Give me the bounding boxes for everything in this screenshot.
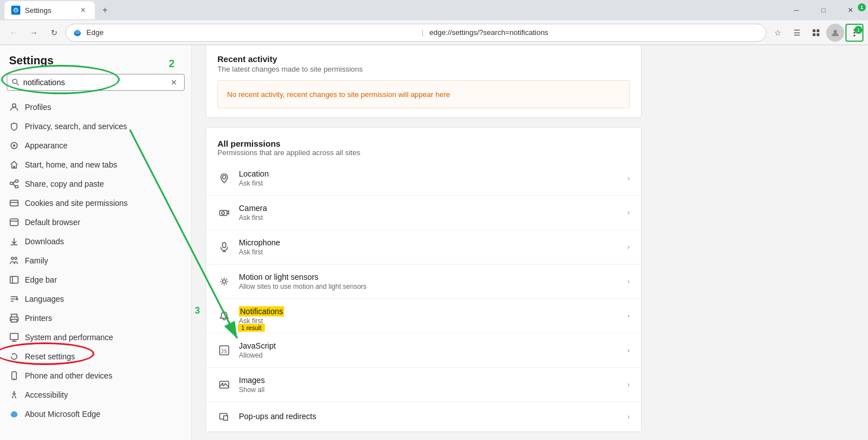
sidebar-item-label: Printers (25, 314, 52, 323)
favorites-add-button[interactable]: ☆ (769, 24, 787, 42)
title-bar-left: Settings ✕ + (5, 1, 113, 19)
sidebar-item-system[interactable]: System and performance (0, 328, 191, 347)
svg-rect-31 (11, 319, 17, 322)
sidebar-item-label: Appearance (25, 141, 68, 150)
chevron-icon-notifications: › (627, 312, 630, 320)
notification-count: 1 (858, 3, 866, 11)
svg-point-42 (222, 212, 225, 214)
sidebar-item-start-home[interactable]: Start, home, and new tabs (0, 155, 191, 174)
address-prefix: Edge (86, 28, 416, 37)
tab-favicon (11, 6, 20, 15)
title-bar: Settings ✕ + ─ □ ✕ (0, 0, 868, 20)
sidebar-item-edge-bar[interactable]: Edge bar (0, 270, 191, 289)
printer-icon (9, 313, 19, 323)
sidebar-item-phone[interactable]: Phone and other devices (0, 366, 191, 385)
permission-item-microphone[interactable]: Microphone Ask first › (206, 230, 641, 265)
sidebar-item-label: Family (25, 256, 48, 265)
all-permissions-title: All permissions (217, 139, 630, 148)
all-permissions-card: All permissions Permissions that are app… (206, 127, 642, 432)
svg-line-19 (13, 181, 15, 183)
sidebar-item-profiles[interactable]: Profiles (0, 98, 191, 117)
sidebar-item-accessibility[interactable]: Accessibility (0, 385, 191, 404)
all-permissions-header: All permissions Permissions that are app… (206, 127, 641, 161)
sidebar-item-printers[interactable]: Printers (0, 309, 191, 328)
sidebar-item-cookies[interactable]: Cookies and site permissions (0, 193, 191, 213)
sidebar-item-share-copy[interactable]: Share, copy and paste (0, 174, 191, 193)
forward-button[interactable]: → (25, 24, 43, 42)
sidebar-item-privacy[interactable]: Privacy, search, and services (0, 117, 191, 136)
sidebar-item-about[interactable]: About Microsoft Edge (0, 404, 191, 424)
svg-point-40 (223, 175, 226, 179)
svg-point-26 (11, 257, 14, 259)
settings-search-input[interactable] (23, 78, 165, 87)
permission-status-images: Show all (239, 386, 627, 394)
settings-search-box[interactable]: ✕ (7, 74, 185, 91)
sidebar-item-label: Share, copy and paste (25, 179, 104, 188)
sidebar-item-appearance[interactable]: Appearance (0, 136, 191, 155)
profile-button[interactable] (826, 24, 844, 42)
microphone-icon (217, 240, 231, 254)
system-icon (9, 332, 19, 342)
person-icon (9, 102, 19, 112)
permission-name-popups: Pop-ups and redirects (239, 412, 627, 421)
permission-item-camera[interactable]: Camera Ask first › (206, 196, 641, 230)
new-tab-button[interactable]: + (97, 2, 113, 18)
svg-rect-4 (817, 29, 819, 32)
svg-rect-32 (10, 333, 18, 340)
collections-button[interactable] (807, 24, 825, 42)
sidebar-item-default-browser[interactable]: Default browser (0, 213, 191, 232)
back-button[interactable]: ← (5, 24, 23, 42)
permission-item-location[interactable]: Location Ask first › (206, 161, 641, 196)
annotation-2: 2 (169, 58, 175, 70)
main-area: Settings ✕ 2 (0, 45, 868, 440)
address-url: edge://settings/?search=notifications (429, 28, 759, 37)
sidebar-item-downloads[interactable]: Downloads (0, 232, 191, 251)
svg-rect-6 (817, 33, 819, 36)
svg-rect-21 (10, 200, 18, 206)
sidebar-item-languages[interactable]: Languages (0, 289, 191, 309)
menu-button[interactable] (845, 24, 863, 42)
permission-name-motion: Motion or light sensors (239, 272, 627, 281)
sidebar-item-label: Start, home, and new tabs (25, 160, 117, 169)
accessibility-icon (9, 390, 19, 400)
chevron-icon-images: › (627, 381, 630, 389)
maximize-button[interactable]: □ (810, 1, 836, 19)
permission-name-camera: Camera (239, 204, 627, 213)
permission-status-location: Ask first (239, 179, 627, 187)
favorites-button[interactable]: ☰ (788, 24, 806, 42)
browser-window: Settings ✕ + ─ □ ✕ ← → ↻ Edge | ed (0, 0, 868, 440)
sidebar-item-reset[interactable]: Reset settings (0, 347, 191, 366)
svg-rect-16 (10, 182, 13, 184)
permission-item-images[interactable]: Images Show all › (206, 368, 641, 402)
toolbar: ← → ↻ Edge | edge://settings/?search=not… (0, 20, 868, 45)
permission-item-popups[interactable]: Pop-ups and redirects › (206, 402, 641, 432)
svg-point-9 (854, 32, 856, 33)
minimize-button[interactable]: ─ (783, 1, 809, 19)
svg-rect-5 (813, 33, 815, 36)
svg-point-10 (854, 34, 856, 36)
nav-list: Profiles Privacy, search, and services (0, 98, 191, 424)
download-icon (9, 236, 19, 247)
search-clear-button[interactable]: ✕ (168, 77, 180, 88)
share-icon (9, 179, 19, 189)
chevron-icon-motion: › (627, 278, 630, 285)
permission-item-notifications[interactable]: 3 Notifications Ask first › (206, 299, 641, 333)
svg-point-11 (12, 79, 17, 83)
tab-title: Settings (25, 6, 73, 15)
permission-status-javascript: Allowed (239, 351, 627, 359)
address-bar[interactable]: Edge | edge://settings/?search=notificat… (66, 24, 766, 42)
svg-rect-18 (15, 186, 18, 188)
chevron-icon-microphone: › (627, 243, 630, 251)
sidebar-item-family[interactable]: Family (0, 251, 191, 270)
permission-name-javascript: JavaScript (239, 341, 627, 350)
permission-item-motion[interactable]: Motion or light sensors Allow sites to u… (206, 265, 641, 299)
permission-item-javascript[interactable]: JS JavaScript Allowed › (206, 333, 641, 368)
content-area: Recent activity The latest changes made … (192, 45, 868, 440)
permission-name-images: Images (239, 376, 627, 385)
active-tab[interactable]: Settings ✕ (5, 1, 95, 19)
browser-chrome: Settings ✕ + ─ □ ✕ ← → ↻ Edge | ed (0, 0, 868, 440)
chevron-icon-camera: › (627, 209, 630, 217)
tab-close-button[interactable]: ✕ (78, 5, 88, 15)
permission-status-motion: Allow sites to use motion and light sens… (239, 283, 627, 291)
refresh-button[interactable]: ↻ (45, 24, 63, 42)
